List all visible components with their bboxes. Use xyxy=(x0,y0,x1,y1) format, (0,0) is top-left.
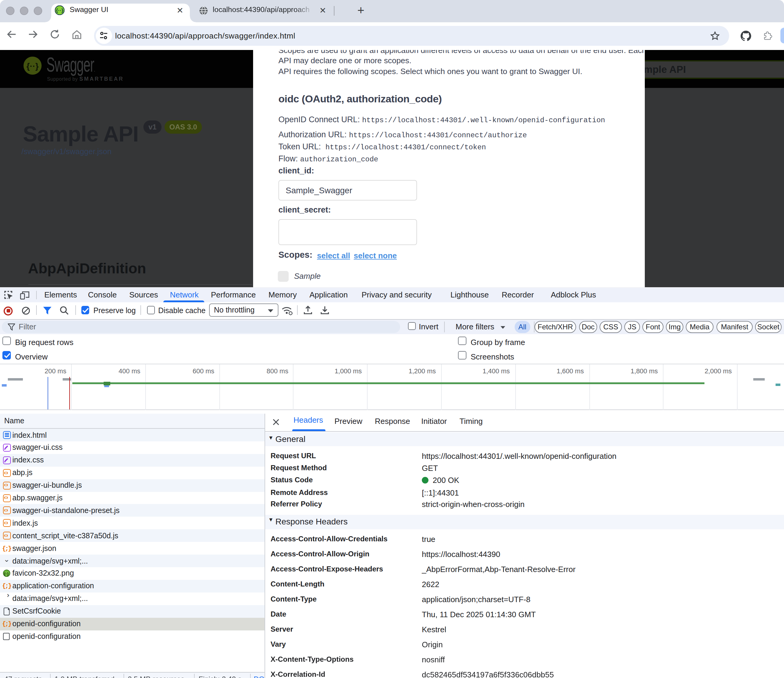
svg-text:{··}: {··} xyxy=(26,61,39,70)
svg-text:{··}: {··} xyxy=(56,8,63,13)
